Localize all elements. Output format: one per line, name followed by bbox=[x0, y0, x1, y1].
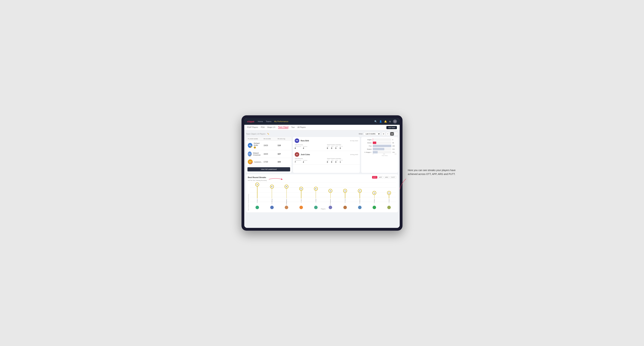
team-title: Team Clippd | 14 Players bbox=[246, 133, 266, 135]
card-view-button[interactable]: ▣ bbox=[390, 132, 394, 136]
player-stats-card[interactable]: RB Rees Britt 02 Sep 2023 Total Rounds T… bbox=[293, 137, 360, 151]
streak-column: 3xC. Quick bbox=[382, 183, 396, 199]
table-row[interactable]: EC 2 Edward Crossman 18/20 107 bbox=[246, 150, 292, 158]
arg-filter-button[interactable]: ARG bbox=[384, 176, 390, 178]
search-icon[interactable]: 🔍 bbox=[374, 120, 377, 123]
rank-badge-2: 2 bbox=[250, 155, 252, 156]
bell-icon[interactable]: 🔔 bbox=[384, 120, 387, 123]
streak-player-name: D. Billingham bbox=[286, 199, 287, 205]
streak-value-badge: 4x bbox=[343, 189, 347, 193]
edit-icon[interactable]: ✏️ bbox=[267, 133, 269, 135]
player-info: CA 3 Cameron... bbox=[248, 159, 264, 164]
list-view-button[interactable]: ≡ bbox=[386, 132, 390, 136]
practice-activities-section: Total Practice Activities OTT 0 APP 0 bbox=[327, 144, 358, 149]
shots-label: Bogeys bbox=[362, 148, 372, 150]
sub-nav-pga[interactable]: PGA bbox=[261, 126, 264, 129]
bars-container: 7xE. Ebert6xB. McHeg6xD. Billingham5xJ. … bbox=[250, 183, 396, 208]
stats-grid: Total Rounds Tournament 7 Practice 2 bbox=[295, 158, 358, 163]
streak-column: 6xB. McHeg bbox=[265, 183, 279, 199]
shots-value: 3 bbox=[392, 139, 396, 141]
player-name: Richard Butler bbox=[254, 142, 264, 146]
grid-view-button[interactable]: ⊞ bbox=[382, 132, 385, 136]
shots-label: Pars bbox=[362, 145, 372, 147]
annotation-arrow-2 bbox=[399, 175, 408, 193]
team-header: Team Clippd | 14 Players ✏️ Show Last 3 … bbox=[246, 132, 398, 136]
practice-activities-label: Total Practice Activities bbox=[327, 144, 358, 146]
putt-filter-button[interactable]: PUTT bbox=[390, 176, 396, 178]
settings-view-button[interactable]: ⋮ bbox=[394, 132, 398, 136]
sub-nav-team-clippd[interactable]: Team Clippd bbox=[278, 126, 288, 129]
sub-nav-hcaps[interactable]: Hcaps 1-5 bbox=[268, 126, 276, 129]
show-label: Show bbox=[358, 133, 362, 135]
user-icon[interactable]: 👤 bbox=[379, 120, 382, 123]
avatar: EC 2 bbox=[248, 152, 252, 156]
streak-column: 5xR. Britt bbox=[309, 183, 323, 199]
streak-player-name: R. Britt bbox=[315, 199, 316, 205]
shots-bar bbox=[373, 151, 378, 154]
practice-activities-section: Total Practice Activities OTT 0 APP 0 bbox=[327, 158, 358, 163]
arg-stat: ARG 0 bbox=[335, 146, 338, 149]
streak-player-name: J. Coles bbox=[301, 199, 302, 205]
app-filter-button[interactable]: APP bbox=[378, 176, 383, 178]
putt-stat: PUTT 1 bbox=[340, 160, 343, 163]
rank-badge-1: 1 bbox=[250, 146, 252, 148]
view-leaderboard-button[interactable]: View Full Leaderboard bbox=[248, 167, 290, 172]
putt-value: 1 bbox=[340, 161, 343, 163]
shots-row-eagles: Eagles 3 bbox=[362, 138, 396, 141]
player-name: Josh Coles bbox=[301, 154, 310, 156]
shots-bar-container bbox=[373, 151, 391, 154]
axis-label-0: 0 bbox=[373, 154, 374, 155]
nav-home[interactable]: Home bbox=[258, 120, 263, 123]
rounds-section: Total Rounds Tournament 7 Practice 2 bbox=[295, 158, 326, 163]
shots-axis: 0 200 400 bbox=[373, 154, 396, 155]
nav-my-performance[interactable]: My Performance bbox=[274, 120, 288, 123]
streak-column: 4xM. Maher bbox=[352, 183, 367, 199]
streak-player-name: E. Ebert bbox=[257, 199, 258, 205]
shots-value: 311 bbox=[392, 148, 396, 150]
streak-value-badge: 3x bbox=[372, 191, 376, 195]
sub-nav-tour[interactable]: Tour bbox=[291, 126, 294, 129]
player-stats-header: JC Josh Coles 26 Aug 2023 bbox=[295, 152, 358, 157]
tournament-label: Tournament bbox=[295, 160, 301, 161]
practice-value: 2 bbox=[303, 161, 307, 163]
avatar bbox=[270, 206, 274, 209]
streak-player-name: R. Butler bbox=[374, 199, 375, 205]
user-avatar[interactable]: U bbox=[393, 120, 397, 123]
table-row[interactable]: RB 1 Richard Butler 🏅 19/20 110 bbox=[246, 141, 292, 150]
shots-bar-container bbox=[373, 148, 391, 150]
app-stat: APP 0 bbox=[331, 146, 334, 149]
avatar bbox=[300, 206, 303, 209]
app-stat: APP 0 bbox=[331, 160, 334, 163]
rounds-section: Total Rounds Tournament 8 Practice 4 bbox=[295, 144, 326, 149]
tournament-value: 7 bbox=[295, 161, 301, 163]
shots-label: Birdies bbox=[362, 142, 372, 144]
ott-value: 0 bbox=[327, 147, 329, 149]
time-filter-select[interactable]: Last 3 months Last 6 months Last 12 mont… bbox=[364, 132, 380, 135]
rounds-row: Tournament 7 Practice 2 bbox=[295, 160, 326, 163]
add-team-button[interactable]: Add Team bbox=[386, 126, 397, 129]
view-icons: ⊞ ≡ ▣ ⋮ bbox=[382, 132, 398, 136]
total-rounds-label: Total Rounds bbox=[295, 158, 326, 159]
practice-stat: Practice 2 bbox=[303, 160, 307, 163]
shots-value: 96 bbox=[392, 142, 396, 144]
plus-circle-icon[interactable]: ⊕ bbox=[389, 120, 391, 123]
nav-teams[interactable]: Teams bbox=[266, 120, 272, 123]
shots-total-label: Total Shots bbox=[373, 155, 396, 156]
leaderboard-panel: PLAYER NAME PB SCORE PB AVG SQ RB 1 bbox=[246, 137, 292, 173]
ott-filter-button[interactable]: OTT bbox=[372, 176, 377, 178]
streaks-header: Best Round Streaks OTT APP ARG PUTT bbox=[248, 176, 396, 178]
player-stats-card[interactable]: JC Josh Coles 26 Aug 2023 Total Rounds T… bbox=[293, 151, 360, 165]
avatar: CA 3 bbox=[248, 159, 253, 164]
sub-nav-all-players[interactable]: All Players bbox=[298, 126, 306, 129]
tablet-frame: clippd Home Teams My Performance 🔍 👤 🔔 ⊕… bbox=[242, 115, 402, 231]
streak-column: 3xR. Butler bbox=[367, 183, 382, 199]
streak-column: 4xE. Crossman bbox=[324, 183, 338, 199]
tournament-stat: Tournament 8 bbox=[295, 146, 301, 149]
col-pb-avg: PB AVG SQ bbox=[278, 138, 290, 140]
practice-activities-label: Total Practice Activities bbox=[327, 158, 358, 159]
sub-nav-pgat[interactable]: PGAT Players bbox=[247, 126, 258, 129]
shots-bar bbox=[373, 148, 384, 150]
shots-value: 131 bbox=[392, 152, 396, 153]
table-row[interactable]: CA 3 Cameron... 17/20 103 bbox=[246, 158, 292, 166]
streak-column: 7xE. Ebert bbox=[250, 183, 264, 199]
